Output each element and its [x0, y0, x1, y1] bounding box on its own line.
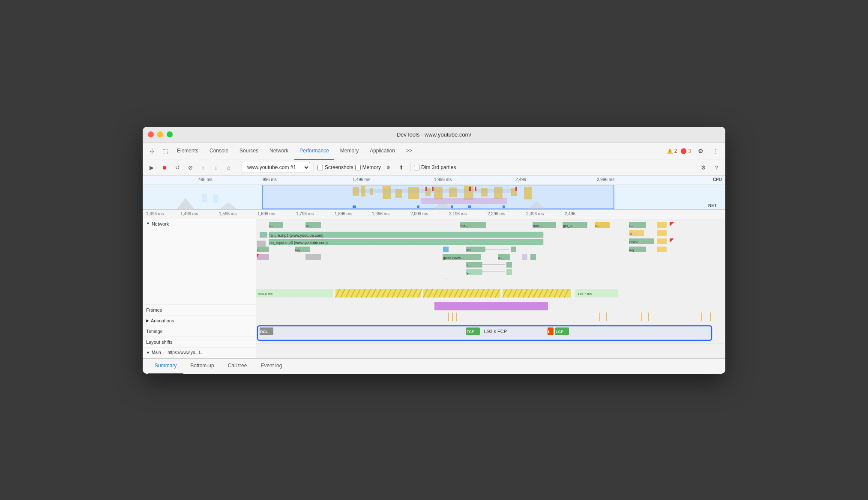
capture-settings-icon[interactable]: ⚙ [383, 162, 394, 173]
tab-summary[interactable]: Summary [148, 358, 183, 374]
tab-performance[interactable]: Performance [294, 143, 334, 160]
devtools-window: DevTools - www.youtube.com/ ⊹ ⬚ Elements… [143, 127, 725, 374]
memory-checkbox[interactable]: Memory [355, 164, 381, 170]
tab-memory[interactable]: Memory [335, 143, 364, 160]
tick-2196: 2,196 ms [449, 211, 467, 216]
ov-tick-4: 1,996 ms [434, 177, 452, 182]
tab-more[interactable]: >> [401, 143, 417, 160]
title-bar: DevTools - www.youtube.com/ [143, 127, 725, 143]
reload-record-button[interactable]: ↺ [172, 162, 183, 173]
svg-text:c...: c... [498, 256, 503, 260]
svg-rect-103 [522, 254, 527, 260]
svg-rect-97 [506, 262, 512, 268]
timeline-main: ▼ Network Frames ▶ Animations Timings [143, 219, 725, 358]
tick-2296: 2,296 ms [488, 211, 505, 216]
tick-2496: 2,496 [565, 211, 575, 216]
svg-text:...: ... [443, 275, 447, 280]
timings-label: Timings [146, 329, 162, 334]
svg-text:l...: l... [269, 224, 273, 228]
minimize-button[interactable] [157, 131, 163, 137]
layout-shifts-label: Layout shifts [146, 339, 173, 345]
dim3rd-label: Dim 3rd parties [421, 164, 456, 170]
tab-sources[interactable]: Sources [234, 143, 263, 160]
track-content[interactable]: l... lo... ma... man... get_u... c... [256, 219, 725, 358]
track-label-animations[interactable]: ▶ Animations [143, 315, 256, 326]
garbage-collect-icon[interactable]: ⬇ [395, 162, 407, 173]
svg-marker-28 [177, 198, 194, 209]
memory-check[interactable] [355, 165, 361, 170]
dim3rd-check[interactable] [414, 165, 419, 170]
traffic-lights [148, 131, 173, 137]
ov-tick-3: 1,496 ms [353, 177, 370, 182]
frames-label: Frames [146, 307, 162, 312]
tab-elements[interactable]: Elements [172, 143, 204, 160]
tick-1596: 1,596 ms [219, 211, 236, 216]
home-button[interactable]: ⌂ [223, 162, 234, 173]
error-badge[interactable]: 🔴 3 [680, 148, 691, 154]
tick-2396: 2,396 ms [526, 211, 544, 216]
svg-text:DCL: DCL [260, 330, 268, 334]
detail-ruler: 1,396 ms 1,496 ms 1,596 ms 1,696 ms 1,79… [143, 210, 725, 219]
tab-application[interactable]: Application [365, 143, 400, 160]
tab-network[interactable]: Network [264, 143, 293, 160]
network-expand-icon: ▼ [146, 221, 150, 226]
dim3rd-checkbox[interactable]: Dim 3rd parties [414, 164, 456, 170]
svg-rect-87 [257, 254, 269, 260]
svg-rect-23 [353, 205, 356, 208]
svg-rect-70 [657, 247, 667, 252]
sidebar-toggle-icon[interactable]: ▶ [146, 162, 157, 173]
download-button[interactable]: ↓ [210, 162, 221, 173]
svg-text:y...: y... [467, 271, 471, 275]
record-button[interactable]: ⏺ [159, 162, 170, 173]
close-button[interactable] [148, 131, 154, 137]
svg-rect-25 [451, 205, 453, 208]
svg-text:500.0 ms: 500.0 ms [258, 292, 272, 296]
tab-console[interactable]: Console [204, 143, 233, 160]
svg-marker-29 [220, 202, 237, 209]
track-label-frames[interactable]: Frames [143, 305, 256, 315]
overview-section[interactable]: 496 ms 996 ms 1,496 ms 1,996 ms 2,496 2,… [143, 176, 725, 210]
device-toolbar-icon[interactable]: ⬚ [159, 145, 171, 157]
inspect-icon[interactable]: ⊹ [146, 145, 158, 157]
warning-badge[interactable]: ⚠️ 2 [667, 148, 677, 154]
ov-tick-1: 496 ms [198, 177, 213, 182]
ov-tick-6: 2,996 ms [597, 177, 614, 182]
warning-icon: ⚠️ [667, 148, 673, 154]
track-label-network[interactable]: ▼ Network [143, 219, 256, 305]
settings-icon[interactable]: ⚙ [694, 145, 706, 157]
svg-rect-104 [530, 254, 536, 260]
perf-toolbar: ▶ ⏺ ↺ ⊘ ↑ ↓ ⌂ www.youtube.com #1 Screens… [143, 160, 725, 176]
main-expand-icon: ▼ [146, 351, 150, 355]
svg-text:f...: f... [629, 224, 633, 228]
svg-text:o...: o... [257, 248, 262, 252]
track-label-timings[interactable]: Timings [143, 326, 256, 337]
screenshots-checkbox[interactable]: Screenshots [317, 164, 353, 170]
devtools-tab-bar: ⊹ ⬚ Elements Console Sources Network Per… [143, 143, 725, 160]
tick-1796: 1,796 ms [296, 211, 314, 216]
warning-count: 2 [674, 148, 677, 154]
tab-call-tree[interactable]: Call tree [221, 358, 254, 374]
detail-timeline: 1,396 ms 1,496 ms 1,596 ms 1,696 ms 1,79… [143, 210, 725, 358]
tab-bottom-up[interactable]: Bottom-up [183, 358, 221, 374]
cpu-chart: NET [143, 185, 725, 210]
tick-1396: 1,396 ms [146, 211, 164, 216]
settings-icon-2[interactable]: ⚙ [698, 162, 709, 173]
svg-text:no_input.mp3 (www.youtube.com): no_input.mp3 (www.youtube.com) [269, 241, 328, 245]
maximize-button[interactable] [167, 131, 173, 137]
clear-button[interactable]: ⊘ [185, 162, 196, 173]
tick-2096: 2,096 ms [410, 211, 428, 216]
more-icon[interactable]: ⋮ [710, 145, 722, 157]
help-icon[interactable]: ? [711, 162, 722, 173]
upload-button[interactable]: ↑ [198, 162, 209, 173]
url-select[interactable]: www.youtube.com #1 [242, 162, 310, 173]
toolbar-separator [238, 163, 238, 172]
tab-event-log[interactable]: Event log [254, 358, 289, 374]
svg-text:man...: man... [533, 224, 542, 228]
svg-marker-72 [670, 238, 674, 243]
toolbar-separator-3 [410, 163, 410, 172]
track-label-main[interactable]: ▼ Main — https://www.yo...t... [143, 348, 256, 358]
svg-rect-26 [468, 205, 471, 208]
track-label-layout-shifts[interactable]: Layout shifts [143, 337, 256, 348]
svg-rect-157 [434, 302, 548, 310]
screenshots-check[interactable] [317, 165, 323, 170]
